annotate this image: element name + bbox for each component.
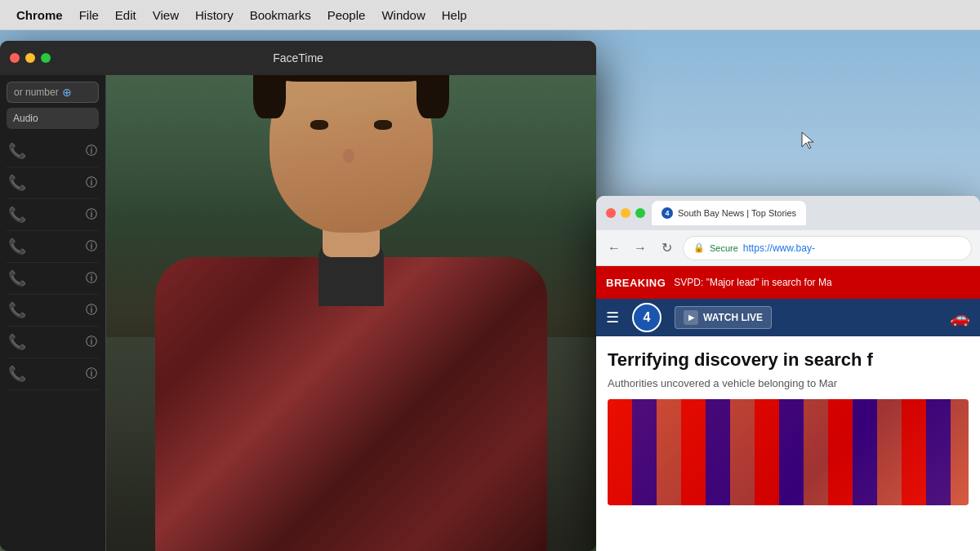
close-button[interactable] xyxy=(10,53,20,63)
menu-bookmarks[interactable]: Bookmarks xyxy=(242,8,319,22)
contact-row-6[interactable]: 📞 ⓘ xyxy=(7,295,99,327)
facetime-window: FaceTime or number ⊕ Audio 📞 ⓘ 📞 ⓘ 📞 ⓘ 📞… xyxy=(0,41,596,551)
contact-row-1[interactable]: 📞 ⓘ xyxy=(7,136,99,167)
maximize-button[interactable] xyxy=(41,53,51,63)
url-text: https://www.bay- xyxy=(743,242,815,254)
facetime-video-area xyxy=(106,75,596,551)
person-left-eye xyxy=(310,120,328,130)
person-head xyxy=(270,75,433,233)
contact-row-4[interactable]: 📞 ⓘ xyxy=(7,231,99,263)
audio-button[interactable]: Audio xyxy=(7,108,99,129)
traffic-icon: 🚗 xyxy=(950,308,970,327)
info-icon-1: ⓘ xyxy=(86,144,97,158)
news-image-overlay xyxy=(608,399,969,505)
news-logo: 4 xyxy=(632,303,662,332)
info-icon-6: ⓘ xyxy=(86,303,97,318)
news-subtext: Authorities uncovered a vehicle belongin… xyxy=(608,377,969,389)
phone-icon-3: 📞 xyxy=(8,206,26,224)
chrome-titlebar: 4 South Bay News | Top Stories xyxy=(596,196,980,230)
reload-button[interactable]: ↻ xyxy=(657,238,676,258)
chrome-close-btn[interactable] xyxy=(606,208,616,218)
person-hair-left xyxy=(253,75,286,118)
news-content: Terrifying discovery in search f Authori… xyxy=(596,336,980,518)
facetime-sidebar: or number ⊕ Audio 📞 ⓘ 📞 ⓘ 📞 ⓘ 📞 ⓘ 📞 ⓘ xyxy=(0,75,106,551)
phone-icon-1: 📞 xyxy=(8,142,26,160)
phone-icon-2: 📞 xyxy=(8,174,26,192)
phone-icon-8: 📞 xyxy=(8,365,26,383)
chrome-maximize-btn[interactable] xyxy=(635,208,645,218)
tab-title: South Bay News | Top Stories xyxy=(678,208,796,218)
watch-live-label: WATCH LIVE xyxy=(703,312,763,323)
breaking-label: BREAKING xyxy=(606,277,666,289)
contact-row-2[interactable]: 📞 ⓘ xyxy=(7,167,99,199)
news-nav: ☰ 4 ▶ WATCH LIVE 🚗 xyxy=(596,299,980,336)
info-icon-8: ⓘ xyxy=(86,367,97,381)
menu-view[interactable]: View xyxy=(145,8,187,22)
menu-bar: Chrome File Edit View History Bookmarks … xyxy=(0,0,980,30)
chrome-window-controls xyxy=(606,208,645,218)
menu-edit[interactable]: Edit xyxy=(107,8,145,22)
secure-icon: 🔒 xyxy=(693,242,705,253)
info-icon-7: ⓘ xyxy=(86,335,97,349)
window-controls xyxy=(10,53,51,63)
news-image xyxy=(608,399,969,505)
audio-label: Audio xyxy=(13,113,38,124)
info-icon-4: ⓘ xyxy=(86,239,97,254)
menu-window[interactable]: Window xyxy=(373,8,433,22)
tab-favicon: 4 xyxy=(662,207,673,219)
face-scene xyxy=(106,75,596,551)
minimize-button[interactable] xyxy=(25,53,35,63)
play-icon: ▶ xyxy=(684,310,698,325)
contact-row-3[interactable]: 📞 ⓘ xyxy=(7,199,99,231)
contact-row-8[interactable]: 📞 ⓘ xyxy=(7,358,99,390)
chrome-active-tab[interactable]: 4 South Bay News | Top Stories xyxy=(652,201,806,225)
facetime-titlebar: FaceTime xyxy=(0,41,596,75)
menu-people[interactable]: People xyxy=(319,8,374,22)
back-button[interactable]: ← xyxy=(604,238,624,258)
info-icon-5: ⓘ xyxy=(86,271,97,286)
chrome-window: 4 South Bay News | Top Stories ← → ↻ 🔒 S… xyxy=(596,196,980,551)
menu-help[interactable]: Help xyxy=(434,8,475,22)
watch-live-button[interactable]: ▶ WATCH LIVE xyxy=(675,306,772,329)
breaking-text: SVPD: "Major lead" in search for Ma xyxy=(674,277,831,288)
mouse-cursor xyxy=(800,131,817,150)
chrome-minimize-btn[interactable] xyxy=(621,208,630,218)
news-headline: Terrifying discovery in search f xyxy=(608,349,969,371)
contact-row-7[interactable]: 📞 ⓘ xyxy=(7,327,99,358)
add-contact-icon[interactable]: ⊕ xyxy=(62,86,72,99)
person-hair xyxy=(264,75,439,82)
hamburger-menu-icon[interactable]: ☰ xyxy=(606,309,619,327)
facetime-search[interactable]: or number ⊕ xyxy=(7,82,99,103)
menu-file[interactable]: File xyxy=(71,8,107,22)
phone-icon-7: 📞 xyxy=(8,333,26,351)
menu-chrome[interactable]: Chrome xyxy=(8,8,71,22)
menu-history[interactable]: History xyxy=(187,8,242,22)
secure-label: Secure xyxy=(710,243,738,253)
person-hair-right xyxy=(416,75,449,118)
phone-icon-6: 📞 xyxy=(8,301,26,319)
chrome-toolbar: ← → ↻ 🔒 Secure https://www.bay- xyxy=(596,230,980,266)
info-icon-2: ⓘ xyxy=(86,176,97,190)
person-right-eye xyxy=(374,120,392,130)
contact-row-5[interactable]: 📞 ⓘ xyxy=(7,263,99,295)
person-nose xyxy=(343,149,354,163)
phone-icon-4: 📞 xyxy=(8,238,26,256)
address-bar[interactable]: 🔒 Secure https://www.bay- xyxy=(683,236,972,260)
facetime-title: FaceTime xyxy=(273,51,323,64)
forward-button[interactable]: → xyxy=(630,238,650,258)
info-icon-3: ⓘ xyxy=(86,207,97,222)
search-placeholder: or number xyxy=(14,87,59,98)
breaking-news-bar: BREAKING SVPD: "Major lead" in search fo… xyxy=(596,266,980,299)
person-container xyxy=(155,78,547,551)
phone-icon-5: 📞 xyxy=(8,269,26,287)
